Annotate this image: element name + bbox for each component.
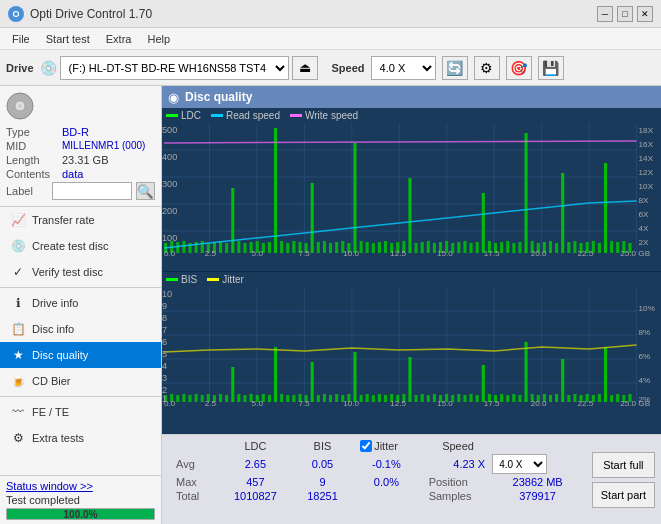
svg-text:20.0: 20.0: [531, 399, 547, 407]
svg-rect-160: [482, 365, 485, 402]
disc-info-icon: 📋: [10, 321, 26, 337]
svg-text:17.5: 17.5: [484, 399, 500, 407]
max-label: Max: [168, 475, 218, 489]
settings-button[interactable]: ⚙: [474, 56, 500, 80]
close-button[interactable]: ✕: [637, 6, 653, 22]
refresh-button[interactable]: 🔄: [442, 56, 468, 80]
menu-start-test[interactable]: Start test: [38, 31, 98, 47]
speed-label: Speed: [332, 62, 365, 74]
target-button[interactable]: 🎯: [506, 56, 532, 80]
avg-bis: 0.05: [293, 453, 352, 475]
disc-info-label: Disc info: [32, 323, 74, 335]
status-text: Test completed: [6, 494, 155, 506]
svg-text:7: 7: [162, 325, 167, 335]
svg-text:0.0: 0.0: [164, 249, 176, 258]
sidebar-item-disc-quality[interactable]: ★ Disc quality: [0, 342, 161, 368]
ldc-legend: LDC: [166, 110, 201, 121]
eject-button[interactable]: ⏏: [292, 56, 318, 80]
svg-rect-208: [610, 395, 613, 402]
svg-rect-36: [274, 128, 277, 253]
svg-rect-24: [201, 241, 204, 253]
svg-rect-166: [317, 395, 320, 402]
svg-rect-144: [219, 394, 222, 402]
svg-rect-140: [195, 394, 198, 402]
verify-test-disc-label: Verify test disc: [32, 266, 103, 278]
svg-text:22.5: 22.5: [577, 399, 593, 407]
svg-text:17.5: 17.5: [484, 249, 500, 258]
svg-rect-167: [323, 394, 326, 402]
ldc-legend-label: LDC: [181, 110, 201, 121]
sidebar-item-extra-tests[interactable]: ⚙ Extra tests: [0, 425, 161, 451]
svg-text:15.0: 15.0: [437, 399, 453, 407]
svg-rect-35: [268, 242, 271, 253]
drive-select[interactable]: (F:) HL-DT-ST BD-RE WH16NS58 TST4: [60, 56, 289, 80]
sidebar-item-fe-te[interactable]: 〰 FE / TE: [0, 399, 161, 425]
start-part-button[interactable]: Start part: [592, 482, 655, 508]
chart1-svg: 500 400 300 200 100 0.0 2.5 5.0 7.5 10.0…: [162, 123, 661, 258]
menu-file[interactable]: File: [4, 31, 38, 47]
stats-bar: LDC BIS Jitter Speed Avg 2.6: [162, 434, 661, 524]
svg-rect-20: [176, 242, 179, 253]
speed-select[interactable]: 4.0 X Max: [371, 56, 436, 80]
svg-text:8X: 8X: [639, 196, 650, 205]
jitter-legend-color: [207, 278, 219, 281]
svg-rect-59: [415, 243, 418, 253]
svg-rect-58: [408, 178, 411, 253]
svg-rect-203: [573, 394, 576, 402]
svg-text:4%: 4%: [639, 376, 651, 385]
svg-text:15.0: 15.0: [437, 249, 453, 258]
sidebar-item-verify-test-disc[interactable]: ✓ Verify test disc: [0, 259, 161, 285]
label-input[interactable]: [52, 182, 132, 200]
sidebar-item-create-test-disc[interactable]: 💿 Create test disc: [0, 233, 161, 259]
svg-rect-194: [506, 395, 509, 402]
svg-rect-53: [378, 242, 381, 253]
chart2-wrapper: BIS Jitter: [162, 271, 661, 435]
app-icon: O: [8, 6, 24, 22]
speed-select-stats[interactable]: 4.0 X Max: [492, 454, 547, 474]
label-search-button[interactable]: 🔍: [136, 182, 155, 200]
write-speed-legend-color: [290, 114, 302, 117]
svg-rect-74: [506, 241, 509, 253]
sidebar-item-disc-info[interactable]: 📋 Disc info: [0, 316, 161, 342]
svg-rect-195: [512, 394, 515, 402]
sidebar-item-cd-bier[interactable]: 🍺 CD Bier: [0, 368, 161, 394]
disc-quality-label: Disc quality: [32, 349, 88, 361]
svg-text:100: 100: [162, 233, 177, 243]
svg-rect-172: [360, 395, 363, 402]
svg-rect-61: [427, 241, 430, 253]
svg-text:10.0: 10.0: [343, 399, 359, 407]
samples-label: Samples: [421, 489, 496, 503]
jitter-checkbox[interactable]: [360, 440, 372, 452]
svg-rect-159: [408, 357, 411, 402]
svg-rect-29: [231, 188, 234, 253]
menu-extra[interactable]: Extra: [98, 31, 140, 47]
total-bis: 18251: [293, 489, 352, 503]
max-bis: 9: [293, 475, 352, 489]
svg-text:200: 200: [162, 206, 177, 216]
disc-mid-row: MID MILLENMR1 (000): [6, 140, 155, 152]
col-bis: BIS: [293, 439, 352, 453]
status-window-button[interactable]: Status window >>: [6, 480, 93, 492]
disc-quality-icon: ★: [10, 347, 26, 363]
svg-rect-67: [463, 241, 466, 253]
length-value: 23.31 GB: [62, 154, 108, 166]
save-button[interactable]: 💾: [538, 56, 564, 80]
menu-help[interactable]: Help: [139, 31, 178, 47]
create-test-disc-icon: 💿: [10, 238, 26, 254]
svg-text:25.0 GB: 25.0 GB: [620, 249, 650, 258]
label-label: Label: [6, 185, 48, 197]
create-test-disc-label: Create test disc: [32, 240, 108, 252]
start-full-button[interactable]: Start full: [592, 452, 655, 478]
svg-text:5.0: 5.0: [252, 249, 264, 258]
sidebar-item-drive-info[interactable]: ℹ Drive info: [0, 290, 161, 316]
label-row: Label 🔍: [6, 182, 155, 200]
mid-value: MILLENMR1 (000): [62, 140, 145, 152]
position-label: Position: [421, 475, 496, 489]
minimize-button[interactable]: ─: [597, 6, 613, 22]
maximize-button[interactable]: □: [617, 6, 633, 22]
svg-rect-31: [243, 243, 246, 253]
sidebar-item-transfer-rate[interactable]: 📈 Transfer rate: [0, 207, 161, 233]
svg-rect-157: [311, 362, 314, 402]
type-value: BD-R: [62, 126, 89, 138]
col-jitter-check: Jitter: [352, 439, 421, 453]
